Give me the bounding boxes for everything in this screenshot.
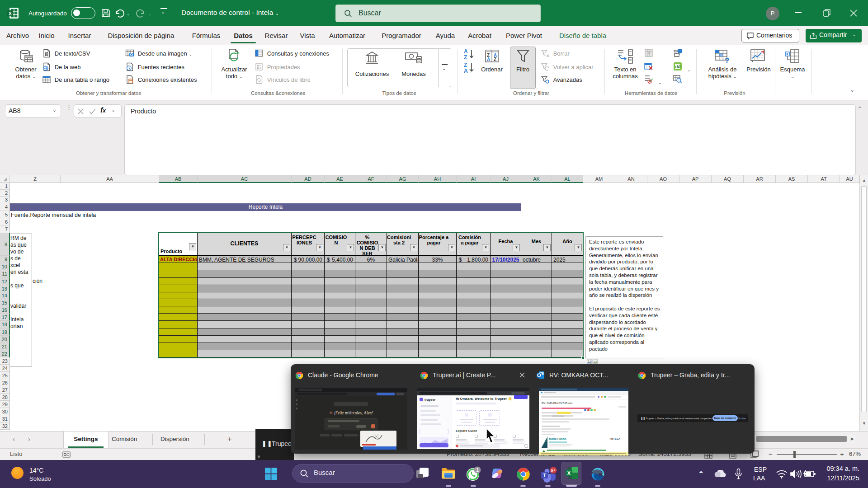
svg-text:9+: 9+ — [551, 468, 556, 473]
svg-text:T: T — [543, 473, 546, 478]
svg-text:Z: Z — [494, 57, 496, 62]
svg-text:A: A — [464, 68, 468, 74]
svg-text:A: A — [487, 57, 490, 62]
svg-text:Z: Z — [464, 54, 467, 61]
svg-text:?: ? — [725, 56, 729, 65]
svg-text:1: 1 — [476, 467, 479, 473]
svg-text:Z: Z — [464, 62, 467, 68]
svg-text:A: A — [464, 48, 468, 55]
svg-text:X: X — [567, 470, 571, 476]
svg-text:X: X — [9, 11, 12, 16]
